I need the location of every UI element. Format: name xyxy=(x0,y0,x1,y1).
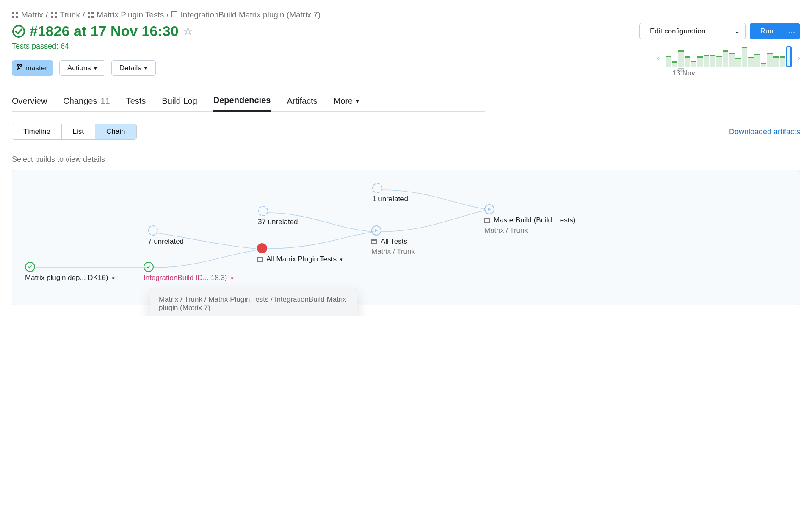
dependency-graph: Matrix plugin dep... DK16) ▾ 7 unrelated… xyxy=(12,170,800,305)
buildtype-icon xyxy=(484,218,490,223)
svg-rect-10 xyxy=(88,16,90,18)
view-mode-segmented: Timeline List Chain xyxy=(12,124,137,140)
node-status-error-icon[interactable]: ! xyxy=(257,243,267,253)
history-bar[interactable] xyxy=(767,53,773,67)
history-bar[interactable] xyxy=(691,61,696,67)
svg-rect-4 xyxy=(51,12,53,14)
details-button[interactable]: Details ▾ xyxy=(111,60,156,76)
tab-build-log[interactable]: Build Log xyxy=(162,95,197,111)
edit-config-button[interactable]: Edit configuration... xyxy=(639,23,729,39)
history-bar[interactable] xyxy=(773,56,779,67)
node-label-selected[interactable]: IntegrationBuild ID... 18.3) xyxy=(144,274,227,282)
project-icon xyxy=(87,11,94,18)
downloaded-artifacts-link[interactable]: Downloaded artifacts xyxy=(729,128,800,136)
node-details-popover: Matrix / Trunk / Matrix Plugin Tests / I… xyxy=(150,289,357,316)
tab-overview[interactable]: Overview xyxy=(12,95,47,111)
node-status-success-icon[interactable] xyxy=(25,262,35,272)
svg-point-13 xyxy=(13,25,25,37)
run-more-button[interactable]: ... xyxy=(784,23,800,39)
buildtype-icon xyxy=(371,239,377,244)
history-bar[interactable] xyxy=(723,50,728,67)
history-bar[interactable] xyxy=(742,47,747,67)
history-bar[interactable] xyxy=(780,56,785,67)
node-label[interactable]: 37 unrelated xyxy=(258,218,298,226)
history-date-label: 13 Nov xyxy=(672,69,695,78)
node-unrelated-icon[interactable] xyxy=(258,206,268,216)
history-bar-current[interactable] xyxy=(786,46,792,67)
buildtype-icon xyxy=(257,257,263,262)
history-bar[interactable] xyxy=(678,50,684,67)
page-title: #1826 at 17 Nov 16:30 ☆ xyxy=(12,23,631,39)
node-unrelated-icon[interactable] xyxy=(372,183,382,193)
chevron-down-icon[interactable]: ▾ xyxy=(231,275,234,281)
svg-rect-11 xyxy=(91,16,94,18)
history-bar[interactable] xyxy=(685,56,690,67)
project-icon xyxy=(50,11,57,18)
history-bar[interactable] xyxy=(735,58,741,67)
history-bar[interactable] xyxy=(761,63,766,67)
history-prev[interactable]: ‹ xyxy=(657,54,660,63)
build-history-chart: ‹ › 13 Nov xyxy=(657,44,800,67)
node-unrelated-icon[interactable] xyxy=(148,225,158,236)
tab-artifacts[interactable]: Artifacts xyxy=(287,95,317,111)
breadcrumb-link[interactable]: Trunk xyxy=(60,10,80,19)
tab-more[interactable]: More▾ xyxy=(334,95,359,111)
branch-icon xyxy=(16,64,23,72)
svg-rect-0 xyxy=(12,12,14,14)
node-label[interactable]: 7 unrelated xyxy=(148,237,184,246)
history-bar[interactable] xyxy=(754,54,760,67)
history-bar[interactable] xyxy=(729,53,735,67)
hint-text: Select builds to view details xyxy=(12,155,800,164)
node-status-queued-icon[interactable] xyxy=(371,225,381,236)
branch-chip[interactable]: master xyxy=(12,60,53,76)
history-bar[interactable] xyxy=(697,56,703,67)
popover-breadcrumb: Matrix / Trunk / Matrix Plugin Tests / I… xyxy=(150,289,357,316)
run-button[interactable]: Run xyxy=(750,23,784,39)
project-icon xyxy=(12,11,19,18)
tab-changes[interactable]: Changes 11 xyxy=(63,95,110,111)
node-label[interactable]: All Tests xyxy=(381,237,407,246)
svg-rect-5 xyxy=(55,12,57,14)
history-bar[interactable] xyxy=(704,55,709,67)
view-mode-chain[interactable]: Chain xyxy=(95,124,136,139)
success-icon xyxy=(12,25,25,38)
node-label[interactable]: Matrix plugin dep... DK16) xyxy=(25,274,108,282)
breadcrumb-link[interactable]: Matrix xyxy=(21,10,43,19)
svg-rect-9 xyxy=(91,12,94,14)
changes-count: 11 xyxy=(100,96,110,106)
tab-dependencies[interactable]: Dependencies xyxy=(213,95,271,112)
chevron-down-icon[interactable]: ▾ xyxy=(112,275,115,281)
svg-rect-12 xyxy=(172,12,177,17)
node-label[interactable]: All Matrix Plugin Tests xyxy=(266,255,337,264)
chevron-down-icon: ▾ xyxy=(356,97,359,104)
edit-config-dropdown[interactable]: ⌄ xyxy=(729,23,746,39)
view-mode-list[interactable]: List xyxy=(62,124,95,139)
history-bar[interactable] xyxy=(672,61,677,67)
breadcrumb-link[interactable]: Matrix Plugin Tests xyxy=(97,10,164,19)
view-mode-timeline[interactable]: Timeline xyxy=(12,124,62,139)
svg-rect-2 xyxy=(12,16,14,18)
history-bar[interactable] xyxy=(666,56,671,67)
svg-rect-6 xyxy=(51,16,53,18)
breadcrumb-link[interactable]: IntegrationBuild Matrix plugin (Matrix 7… xyxy=(181,10,321,19)
node-label[interactable]: 1 unrelated xyxy=(372,195,408,203)
node-sublabel: Matrix / Trunk xyxy=(484,226,576,235)
node-status-success-icon[interactable] xyxy=(144,262,154,272)
history-bar[interactable] xyxy=(716,56,722,67)
history-bar[interactable] xyxy=(710,55,715,67)
history-bar[interactable] xyxy=(748,57,754,67)
page-title-text: #1826 at 17 Nov 16:30 xyxy=(30,23,179,39)
favorite-toggle[interactable]: ☆ xyxy=(183,25,193,38)
branch-name: master xyxy=(25,64,47,72)
node-status-queued-icon[interactable] xyxy=(484,204,494,214)
chevron-down-icon[interactable]: ▾ xyxy=(340,256,343,263)
node-sublabel: Matrix / Trunk xyxy=(371,247,415,256)
node-label[interactable]: MasterBuild (Build... ests) xyxy=(494,216,576,225)
chevron-down-icon: ⌄ xyxy=(734,27,740,36)
history-next[interactable]: › xyxy=(798,54,800,63)
actions-button[interactable]: Actions ▾ xyxy=(59,60,105,76)
svg-rect-7 xyxy=(55,16,57,18)
svg-rect-3 xyxy=(16,16,18,18)
build-tabs: Overview Changes 11 Tests Build Log Depe… xyxy=(12,95,485,112)
tab-tests[interactable]: Tests xyxy=(126,95,146,111)
